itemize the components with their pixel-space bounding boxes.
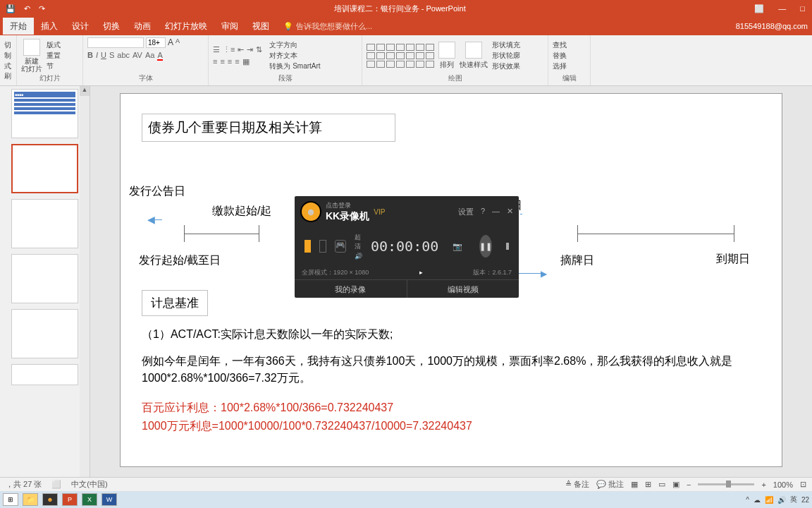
undo-icon[interactable]: ↶ (24, 4, 30, 13)
tray-volume-icon[interactable]: 🔊 (777, 496, 786, 504)
slide-thumb[interactable] (11, 199, 78, 248)
underline-button[interactable]: U (101, 51, 106, 61)
recorder-header[interactable]: ☻ 点击登录 KK录像机 VIP 设置 ? — ✕ (295, 196, 519, 227)
notes-button[interactable]: ≜ 备注 (565, 479, 589, 490)
recorder-help-button[interactable]: ? (481, 207, 485, 217)
cut-button[interactable]: 切 (4, 40, 12, 50)
find-button[interactable]: 查找 (553, 40, 567, 50)
format-painter-button[interactable]: 式刷 (4, 61, 12, 81)
tray-expand-icon[interactable]: ^ (746, 496, 749, 504)
minimize-button[interactable]: — (778, 4, 786, 13)
tab-review[interactable]: 审阅 (214, 18, 245, 35)
slide-thumb[interactable] (11, 364, 78, 385)
new-slide-button[interactable]: 新建 幻灯片 (21, 39, 42, 73)
indent-dec-button[interactable]: ⇤ (238, 45, 244, 54)
pause-button[interactable]: ❚❚ (479, 235, 492, 258)
line-spacing-button[interactable]: ⇅ (256, 45, 262, 54)
align-center-button[interactable]: ≡ (220, 57, 224, 66)
tab-transition[interactable]: 切换 (96, 18, 127, 35)
case-button[interactable]: Aa (145, 51, 154, 61)
tray-cloud-icon[interactable]: ☁ (753, 496, 761, 504)
tray-ime-icon[interactable]: 英 (790, 495, 797, 504)
slide-thumb-selected[interactable] (11, 144, 78, 193)
font-color-button[interactable]: A (157, 51, 162, 61)
strike-button[interactable]: S (109, 51, 114, 61)
scroll-up-button[interactable]: ▲ (80, 86, 90, 96)
recorder-login[interactable]: 点击登录 (326, 201, 369, 210)
shape-fill-button[interactable]: 形状填充 (492, 40, 520, 50)
zoom-out-button[interactable]: − (687, 480, 691, 489)
recorder-close-button[interactable]: ✕ (507, 207, 513, 217)
mode-screen-icon[interactable] (304, 240, 311, 253)
view-reading-button[interactable]: ▭ (658, 480, 665, 489)
shadow-button[interactable]: abc (117, 51, 130, 61)
font-name-input[interactable] (87, 37, 144, 48)
shrink-font-icon[interactable]: A (176, 37, 180, 48)
powerpoint-icon[interactable]: P (62, 493, 78, 506)
tab-home[interactable]: 开始 (3, 18, 34, 35)
view-normal-button[interactable]: ▦ (631, 480, 638, 489)
justify-button[interactable]: ≡ (235, 57, 239, 66)
quality-label[interactable]: 超清 (355, 233, 362, 251)
zoom-handle[interactable] (726, 480, 731, 488)
edit-video-button[interactable]: 编辑视频 (407, 280, 519, 298)
tab-animation[interactable]: 动画 (127, 18, 158, 35)
italic-button[interactable]: I (96, 51, 98, 61)
redo-icon[interactable]: ↷ (39, 4, 45, 13)
bold-button[interactable]: B (87, 51, 93, 61)
reset-button[interactable]: 重置 (47, 51, 61, 61)
account-email[interactable]: 815549188@qq.com (736, 22, 812, 30)
language[interactable]: 中文(中国) (71, 479, 107, 490)
excel-icon[interactable]: X (82, 493, 97, 506)
thumb-scrollbar[interactable]: ▲ ▼ (80, 86, 90, 492)
replace-button[interactable]: 替换 (553, 51, 567, 61)
columns-button[interactable]: ▦ (242, 57, 250, 66)
quick-styles-button[interactable]: 快速样式 (460, 42, 488, 70)
shape-outline-button[interactable]: 形状轮廓 (492, 51, 520, 61)
tellme-search[interactable]: 💡 告诉我您想要做什么... (283, 21, 372, 32)
stop-button[interactable] (506, 243, 509, 250)
tab-slideshow[interactable]: 幻灯片放映 (158, 18, 214, 35)
volume-icon[interactable]: 🔊 (355, 253, 362, 260)
spellcheck-icon[interactable]: ⬜ (51, 480, 61, 489)
word-icon[interactable]: W (102, 493, 117, 506)
smartart-button[interactable]: 转换为 SmartArt (269, 61, 320, 71)
restore-button[interactable]: □ (800, 4, 805, 13)
zoom-value[interactable]: 100% (773, 480, 793, 489)
indent-inc-button[interactable]: ⇥ (247, 45, 253, 54)
slide-title-box[interactable]: 债券几个重要日期及相关计算 (142, 114, 395, 142)
thumbnail-panel[interactable]: ■■■■ ▲ ▼ (0, 86, 90, 492)
recorder-minimize-button[interactable]: — (492, 207, 500, 217)
tray-clock[interactable]: 22 (801, 496, 809, 504)
slide-thumb[interactable] (11, 309, 78, 358)
explorer-icon[interactable]: 📁 (23, 493, 38, 506)
zoom-in-button[interactable]: + (761, 480, 765, 489)
view-slideshow-button[interactable]: ▣ (672, 480, 679, 489)
arrange-button[interactable]: 排列 (438, 42, 455, 70)
slide-thumb[interactable] (11, 254, 78, 303)
section-button[interactable]: 节 (47, 61, 61, 71)
sub-title-box[interactable]: 计息基准 (142, 290, 208, 316)
shape-effects-button[interactable]: 形状效果 (492, 61, 520, 71)
ribbon-options-icon[interactable]: ⬜ (754, 4, 764, 13)
save-icon[interactable]: 💾 (6, 4, 16, 13)
align-text-button[interactable]: 对齐文本 (269, 51, 320, 61)
align-right-button[interactable]: ≡ (228, 57, 232, 66)
layout-button[interactable]: 版式 (47, 40, 61, 50)
tab-design[interactable]: 设计 (65, 18, 96, 35)
copy-button[interactable]: 制 (4, 51, 12, 61)
start-button[interactable]: ⊞ (3, 493, 18, 506)
app-icon[interactable]: ☻ (42, 493, 58, 506)
slide-thumb[interactable]: ■■■■ (11, 89, 78, 138)
spacing-button[interactable]: AV (133, 51, 142, 61)
zoom-slider[interactable] (698, 483, 754, 485)
select-button[interactable]: 选择 (553, 61, 567, 71)
numbering-button[interactable]: ⋮≡ (223, 45, 235, 54)
view-sorter-button[interactable]: ⊞ (645, 480, 651, 489)
snapshot-icon[interactable]: 📷 (453, 242, 462, 251)
shape-gallery[interactable] (367, 44, 434, 68)
my-recordings-button[interactable]: 我的录像 (295, 280, 407, 298)
fit-button[interactable]: ⊡ (800, 480, 806, 489)
mode-window-icon[interactable] (319, 240, 326, 253)
grow-font-icon[interactable]: A (168, 37, 173, 48)
